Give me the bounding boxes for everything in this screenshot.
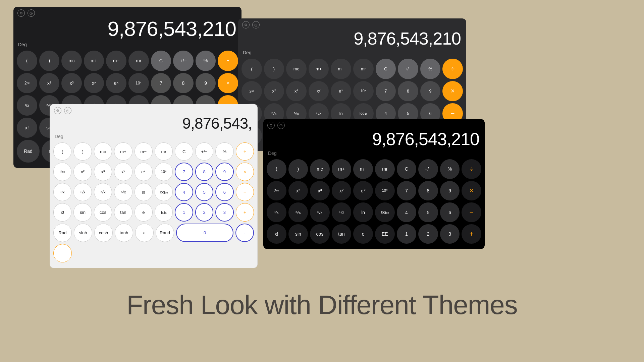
btn3-5[interactable]: 5 — [195, 183, 213, 201]
history-icon-2[interactable]: ◷ — [252, 21, 260, 28]
btn3-2nd[interactable]: 2nd — [53, 163, 71, 181]
btn4-percent[interactable]: % — [440, 159, 460, 179]
btn3-10x[interactable]: 10ˣ — [155, 163, 173, 181]
btn4-5[interactable]: 5 — [418, 202, 438, 222]
btn3-open-paren[interactable]: ( — [53, 142, 71, 161]
btn4-8[interactable]: 8 — [418, 181, 438, 201]
btn4-xcb[interactable]: x³ — [310, 181, 330, 201]
btn-factorial[interactable]: x! — [17, 118, 37, 138]
btn4-close-paren[interactable]: ) — [288, 159, 308, 179]
btn2-xy[interactable]: xʸ — [309, 81, 329, 102]
btn2-percent[interactable]: % — [420, 59, 441, 79]
btn3-e[interactable]: e — [135, 203, 153, 221]
btn3-xy[interactable]: xʸ — [114, 163, 132, 181]
btn3-7[interactable]: 7 — [175, 163, 193, 181]
btn-7[interactable]: 7 — [151, 73, 171, 94]
btn-percent[interactable]: % — [196, 51, 216, 71]
btn4-10x[interactable]: 10ˣ — [375, 181, 395, 201]
btn3-rad[interactable]: Rad — [53, 224, 72, 242]
btn3-sqrty[interactable]: ʸ√x — [114, 183, 132, 201]
btn-clear[interactable]: C — [151, 51, 171, 71]
btn-multiply[interactable]: × — [218, 73, 238, 94]
btn3-mplus[interactable]: m+ — [114, 142, 132, 161]
btn4-xsq[interactable]: x² — [288, 181, 308, 201]
btn3-sinh[interactable]: sinh — [74, 224, 92, 242]
btn4-subtract[interactable]: − — [462, 202, 481, 222]
btn4-mr[interactable]: mr — [375, 159, 395, 179]
btn2-mminus[interactable]: m− — [331, 59, 351, 79]
btn3-3[interactable]: 3 — [215, 203, 233, 221]
btn2-ex[interactable]: eˣ — [331, 81, 351, 102]
btn2-7[interactable]: 7 — [376, 81, 396, 102]
btn-mc[interactable]: mc — [61, 51, 82, 71]
btn4-mminus[interactable]: m− — [353, 159, 373, 179]
btn3-sqrt3[interactable]: ³√x — [94, 183, 112, 201]
btn-8[interactable]: 8 — [173, 73, 194, 94]
btn3-log10[interactable]: log₁₀ — [155, 183, 173, 201]
btn2-9[interactable]: 9 — [420, 81, 441, 102]
btn2-mplus[interactable]: m+ — [309, 59, 329, 79]
btn4-fact[interactable]: x! — [267, 224, 286, 244]
btn-mplus[interactable]: m+ — [84, 51, 104, 71]
btn3-rand[interactable]: Rand — [156, 224, 174, 242]
btn4-log10[interactable]: log₁₀ — [375, 202, 395, 222]
btn3-2[interactable]: 2 — [195, 203, 213, 221]
btn4-1[interactable]: 1 — [397, 224, 417, 244]
btn4-9[interactable]: 9 — [440, 181, 460, 201]
btn-xy[interactable]: xʸ — [84, 73, 104, 94]
btn3-dot[interactable]: . — [235, 224, 254, 242]
btn2-2nd[interactable]: 2nd — [241, 81, 262, 102]
btn3-8[interactable]: 8 — [195, 163, 213, 181]
btn4-ee[interactable]: EE — [375, 224, 395, 244]
btn4-sin[interactable]: sin — [288, 224, 308, 244]
btn3-ee[interactable]: EE — [155, 203, 173, 221]
btn-10x[interactable]: 10ˣ — [128, 73, 149, 94]
btn3-sqrt2[interactable]: ²√x — [73, 183, 92, 201]
btn4-divide[interactable]: ÷ — [462, 159, 481, 179]
btn3-1[interactable]: 1 — [175, 203, 193, 221]
btn-1x[interactable]: ¹/x — [17, 95, 37, 116]
btn4-ex[interactable]: eˣ — [353, 181, 373, 201]
settings-icon-3[interactable]: ⚙ — [54, 107, 61, 114]
btn3-cosh[interactable]: cosh — [94, 224, 113, 242]
btn3-6[interactable]: 6 — [215, 183, 233, 201]
btn-divide[interactable]: ÷ — [218, 51, 238, 71]
btn4-xy[interactable]: xʸ — [332, 181, 352, 201]
btn3-tanh[interactable]: tanh — [115, 224, 133, 242]
btn4-tan[interactable]: tan — [332, 224, 352, 244]
btn4-plusminus[interactable]: +/− — [418, 159, 438, 179]
settings-icon-2[interactable]: ⚙ — [242, 21, 250, 28]
btn3-divide[interactable]: ÷ — [236, 142, 254, 161]
btn3-ln[interactable]: ln — [135, 183, 153, 201]
btn3-mminus[interactable]: m− — [135, 142, 153, 161]
btn-mr[interactable]: mr — [128, 51, 149, 71]
btn3-4[interactable]: 4 — [175, 183, 193, 201]
btn2-clear[interactable]: C — [376, 59, 396, 79]
btn-2nd[interactable]: 2nd — [17, 73, 37, 94]
btn4-2[interactable]: 2 — [418, 224, 438, 244]
btn3-ex[interactable]: eˣ — [135, 163, 153, 181]
btn4-1x[interactable]: ¹/x — [267, 202, 286, 222]
btn2-close-paren[interactable]: ) — [264, 59, 284, 79]
btn4-3[interactable]: 3 — [440, 224, 460, 244]
btn2-mc[interactable]: mc — [286, 59, 307, 79]
btn-ex[interactable]: eˣ — [106, 73, 126, 94]
btn3-subtract[interactable]: − — [236, 183, 254, 201]
btn4-mplus[interactable]: m+ — [332, 159, 352, 179]
btn4-clear[interactable]: C — [397, 159, 417, 179]
btn3-multiply[interactable]: × — [236, 163, 254, 181]
btn3-9[interactable]: 9 — [215, 163, 233, 181]
btn4-ln[interactable]: ln — [353, 202, 373, 222]
btn4-open-paren[interactable]: ( — [267, 159, 286, 179]
btn3-fact[interactable]: x! — [53, 203, 71, 221]
btn4-4[interactable]: 4 — [397, 202, 417, 222]
history-icon-4[interactable]: ◷ — [277, 122, 285, 129]
btn4-cos[interactable]: cos — [310, 224, 330, 244]
btn-open-paren[interactable]: ( — [17, 51, 37, 71]
btn-xsquared[interactable]: x² — [39, 73, 60, 94]
btn4-sqrty[interactable]: ʸ√x — [332, 202, 352, 222]
settings-icon[interactable]: ⚙ — [17, 9, 25, 17]
btn4-7[interactable]: 7 — [397, 181, 417, 201]
btn3-tan[interactable]: tan — [114, 203, 132, 221]
btn3-add[interactable]: + — [236, 203, 254, 221]
